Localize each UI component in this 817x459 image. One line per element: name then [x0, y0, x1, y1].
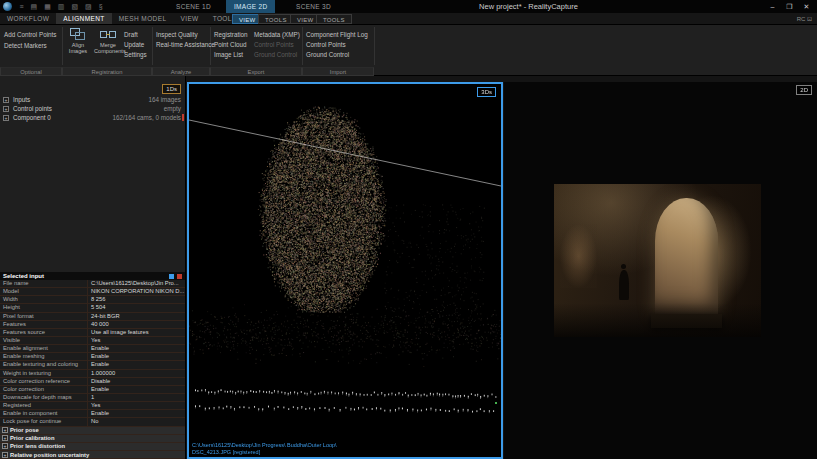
panel-tab-tools-2d[interactable]: TOOLS — [258, 14, 294, 24]
property-value[interactable]: 5 504 — [88, 304, 185, 311]
import-control-points-button[interactable]: Control Points — [306, 41, 346, 49]
ribbon-group-optional[interactable]: Optional — [0, 67, 62, 76]
property-row[interactable]: Color correctionEnable — [0, 386, 185, 394]
app-logo-icon[interactable] — [3, 2, 12, 11]
property-row[interactable]: Enable texturing and coloringEnable — [0, 361, 185, 369]
property-row[interactable]: ModelNIKON CORPORATION NIKON D... — [0, 288, 185, 296]
property-row[interactable]: Enable meshingEnable — [0, 353, 185, 361]
section-icon[interactable]: § — [95, 0, 106, 13]
property-value[interactable]: NIKON CORPORATION NIKON D... — [88, 288, 185, 295]
property-row[interactable]: VisibleYes — [0, 337, 185, 345]
tree-item-inputs[interactable]: +Inputs164 images — [3, 95, 182, 104]
inspect-quality-button[interactable]: Inspect Quality — [156, 31, 198, 39]
layout-single-icon[interactable]: ▦ — [41, 0, 55, 13]
pin-icon[interactable] — [169, 274, 174, 279]
tab-mesh-model[interactable]: MESH MODEL — [112, 13, 174, 24]
realtime-assistance-button[interactable]: Real-time Assistance — [156, 41, 215, 49]
property-value[interactable]: Enable — [88, 410, 185, 417]
scene-3d-viewport[interactable]: 3Ds C:\Users\16125\Desktop\Jin Progress\… — [187, 82, 503, 459]
import-component-button[interactable]: Component — [306, 31, 339, 39]
close-icon[interactable] — [177, 274, 182, 279]
update-button[interactable]: Update — [124, 41, 144, 49]
property-value[interactable]: Yes — [88, 337, 185, 344]
property-value[interactable]: Enable — [88, 386, 185, 393]
point-cloud-canvas[interactable] — [189, 84, 501, 457]
tab-scene-3d[interactable]: SCENE 3D — [288, 0, 339, 13]
import-ground-control-button[interactable]: Ground Control — [306, 51, 349, 59]
tab-scene-1d[interactable]: SCENE 1D — [168, 0, 219, 13]
menu-icon[interactable]: ≡ — [16, 0, 27, 13]
property-row[interactable]: Color correction referenceDisable — [0, 378, 185, 386]
image-2d-viewport[interactable]: 2D — [504, 82, 817, 459]
property-value[interactable]: Use all image features — [88, 329, 185, 336]
minimize-button[interactable]: – — [764, 0, 781, 13]
property-row[interactable]: Enable alignmentEnable — [0, 345, 185, 353]
tab-view[interactable]: VIEW — [173, 13, 205, 24]
expand-icon[interactable]: + — [2, 427, 8, 433]
property-value[interactable]: 1.000000 — [88, 370, 185, 377]
viewport-badge-1ds[interactable]: 1Ds — [162, 84, 181, 94]
viewport-badge-3ds[interactable]: 3Ds — [477, 87, 496, 97]
export-metadata-xmp-button[interactable]: Metadata (XMP) — [254, 31, 300, 39]
property-value[interactable]: 24-bit BGR — [88, 313, 185, 320]
property-row[interactable]: Width8 256 — [0, 296, 185, 304]
property-value[interactable]: No — [88, 418, 185, 425]
expand-icon[interactable]: + — [2, 435, 8, 441]
property-row[interactable]: File nameC:\Users\16125\Desktop\Jin Pro.… — [0, 280, 185, 288]
property-value[interactable]: Enable — [88, 345, 185, 352]
tab-alignment[interactable]: ALIGNMENT — [56, 13, 112, 24]
property-row[interactable]: Features40 000 — [0, 321, 185, 329]
property-section-row[interactable]: +Prior pose — [0, 427, 185, 435]
property-row[interactable]: Lock pose for continueNo — [0, 418, 185, 426]
property-row[interactable]: Pixel format24-bit BGR — [0, 313, 185, 321]
panel-tab-tools-3d[interactable]: TOOLS — [316, 14, 352, 24]
export-image-list-button[interactable]: Image List — [214, 51, 243, 59]
property-row[interactable]: Downscale for depth maps1 — [0, 394, 185, 402]
viewport-badge-2d[interactable]: 2D — [796, 85, 812, 95]
property-section-row[interactable]: +Relative position uncertainty — [0, 451, 185, 459]
property-value[interactable]: 8 256 — [88, 296, 185, 303]
property-value[interactable]: Enable — [88, 353, 185, 360]
property-row[interactable]: Weight in texturing1.000000 — [0, 370, 185, 378]
expand-icon[interactable]: + — [2, 443, 8, 449]
merge-components-button[interactable]: Merge Components — [94, 28, 122, 54]
property-section-row[interactable]: +Prior calibration — [0, 435, 185, 443]
expand-icon[interactable]: + — [3, 97, 9, 103]
property-section-row[interactable]: +Prior lens distortion — [0, 443, 185, 451]
maximize-button[interactable]: ❐ — [781, 0, 798, 13]
property-value[interactable]: 40 000 — [88, 321, 185, 328]
property-value[interactable]: Disable — [88, 378, 185, 385]
property-row[interactable]: Features sourceUse all image features — [0, 329, 185, 337]
draft-button[interactable]: Draft — [124, 31, 138, 39]
property-row[interactable]: Enable in componentEnable — [0, 410, 185, 418]
property-row[interactable]: RegisteredYes — [0, 402, 185, 410]
tab-image-2d[interactable]: IMAGE 2D — [226, 0, 275, 13]
expand-icon[interactable]: + — [2, 452, 8, 458]
layout-triple-icon[interactable]: ▧ — [68, 0, 82, 13]
align-images-button[interactable]: Align Images — [64, 28, 92, 54]
ribbon-group-analyze[interactable]: Analyze — [152, 67, 210, 76]
tab-workflow[interactable]: WORKFLOW — [0, 13, 56, 24]
import-flight-log-button[interactable]: Flight Log — [340, 31, 368, 39]
close-button[interactable]: ✕ — [798, 0, 815, 13]
export-registration-button[interactable]: Registration — [214, 31, 248, 39]
property-value[interactable]: Enable — [88, 361, 185, 368]
expand-icon[interactable]: + — [3, 106, 9, 112]
export-point-cloud-button[interactable]: Point Cloud — [214, 41, 247, 49]
photo-image[interactable] — [554, 184, 761, 337]
expand-icon[interactable]: + — [3, 115, 9, 121]
layout-quad-icon[interactable]: ▨ — [82, 0, 96, 13]
settings-button[interactable]: Settings — [124, 51, 147, 59]
layout-split-icon[interactable]: ▥ — [54, 0, 68, 13]
rc-badge[interactable]: RC ⊡ — [797, 14, 812, 24]
add-control-points-button[interactable]: Add Control Points — [4, 31, 57, 39]
property-value[interactable]: Yes — [88, 402, 185, 409]
detect-markers-button[interactable]: Detect Markers — [4, 42, 47, 50]
property-value[interactable]: C:\Users\16125\Desktop\Jin Pro... — [88, 280, 185, 287]
property-value[interactable]: 1 — [88, 394, 185, 401]
ribbon-group-export[interactable]: Export — [210, 67, 302, 76]
ribbon-group-import[interactable]: Import — [302, 67, 374, 76]
ribbon-group-registration[interactable]: Registration — [62, 67, 152, 76]
save-icon[interactable]: ▤ — [27, 0, 41, 13]
tree-item-component-0[interactable]: +Component 0162/164 cams, 0 models — [3, 113, 182, 122]
